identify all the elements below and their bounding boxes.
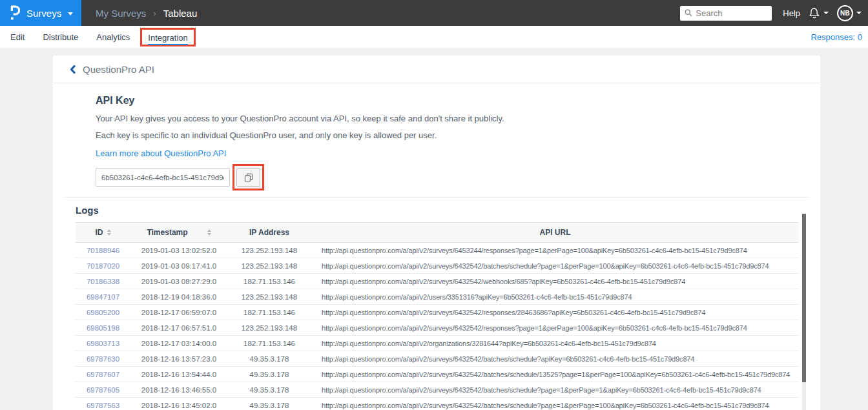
breadcrumb-my-surveys[interactable]: My Surveys bbox=[96, 8, 146, 19]
tab-edit[interactable]: Edit bbox=[10, 32, 25, 42]
log-id: 70187020 bbox=[76, 262, 130, 270]
log-timestamp: 2018-12-16 13:54:44.0 bbox=[130, 371, 227, 378]
log-id: 70188946 bbox=[76, 247, 130, 254]
column-header-api-url: API URL bbox=[311, 228, 799, 237]
column-header-timestamp-label: Timestamp bbox=[147, 228, 187, 237]
log-id: 69847107 bbox=[76, 293, 130, 301]
log-id: 69787630 bbox=[76, 355, 130, 363]
responses-count: Responses: 0 bbox=[811, 32, 868, 42]
log-id: 69805200 bbox=[76, 309, 130, 316]
log-timestamp: 2019-01-03 08:27:29.0 bbox=[130, 278, 227, 285]
log-api-url: http://api.questionpro.com/a/api/v2/surv… bbox=[311, 355, 799, 363]
table-row: 697876302018-12-16 13:57:23.049.35.3.178… bbox=[76, 351, 799, 367]
log-ip: 49.35.3.178 bbox=[227, 386, 311, 394]
logs-section: Logs ID Timestamp IP Address API bbox=[53, 205, 820, 410]
learn-more-link[interactable]: Learn more about QuestionPro API bbox=[96, 149, 226, 158]
log-ip: 49.35.3.178 bbox=[227, 371, 311, 378]
help-link[interactable]: Help bbox=[783, 8, 800, 18]
log-id: 69787605 bbox=[76, 386, 130, 394]
sort-icon[interactable] bbox=[107, 229, 111, 236]
log-id: 69787563 bbox=[76, 402, 130, 409]
search-input[interactable] bbox=[696, 8, 767, 18]
log-api-url: http://api.questionpro.com/a/api/v2/surv… bbox=[311, 371, 799, 378]
table-row: 698471072018-12-19 04:18:36.0123.252.193… bbox=[76, 289, 799, 305]
chevron-left-icon bbox=[70, 65, 76, 74]
log-api-url: http://api.questionpro.com/a/api/v2/surv… bbox=[311, 262, 799, 270]
chevron-down-icon bbox=[856, 12, 862, 14]
column-header-id-label: ID bbox=[96, 228, 103, 237]
api-key-title: API Key bbox=[96, 95, 820, 107]
logs-title: Logs bbox=[76, 205, 799, 216]
log-ip: 123.252.193.148 bbox=[227, 324, 311, 332]
log-ip: 123.252.193.148 bbox=[227, 247, 311, 254]
api-key-input[interactable] bbox=[96, 168, 230, 187]
sort-icon[interactable] bbox=[207, 229, 211, 236]
product-menu-label: Surveys bbox=[26, 8, 61, 19]
logs-table-header: ID Timestamp IP Address API URL bbox=[76, 222, 799, 243]
log-timestamp: 2018-12-16 13:57:23.0 bbox=[130, 355, 227, 363]
log-api-url: http://api.questionpro.com/a/api/v2/user… bbox=[311, 293, 799, 301]
log-id: 70186338 bbox=[76, 278, 130, 285]
table-row: 701870202019-01-03 09:17:41.0123.252.193… bbox=[76, 258, 799, 274]
breadcrumb: My Surveys › Tableau bbox=[96, 0, 197, 26]
notifications-menu[interactable] bbox=[809, 7, 829, 19]
surveys-product-menu[interactable]: Surveys bbox=[0, 0, 81, 26]
api-key-description-2: Each key is specific to an individual Qu… bbox=[96, 130, 820, 140]
search-icon bbox=[685, 9, 692, 17]
log-timestamp: 2019-01-03 09:17:41.0 bbox=[130, 262, 227, 270]
column-header-id[interactable]: ID bbox=[76, 228, 130, 237]
breadcrumb-separator: › bbox=[153, 8, 156, 18]
column-header-api-url-label: API URL bbox=[540, 228, 571, 237]
breadcrumb-current-survey: Tableau bbox=[163, 8, 198, 19]
chevron-down-icon bbox=[68, 12, 73, 15]
log-ip: 49.35.3.178 bbox=[227, 402, 311, 409]
back-link-label: QuestionPro API bbox=[83, 64, 154, 75]
tab-integration[interactable]: Integration bbox=[148, 33, 187, 45]
table-row: 698052002018-12-17 06:59:07.0182.71.153.… bbox=[76, 305, 799, 320]
scrollbar-thumb[interactable] bbox=[802, 214, 806, 382]
table-row: 697876052018-12-16 13:46:55.049.35.3.178… bbox=[76, 382, 799, 398]
log-id: 69787607 bbox=[76, 371, 130, 378]
column-header-ip-address: IP Address bbox=[227, 228, 311, 237]
log-timestamp: 2018-12-17 03:14:00.0 bbox=[130, 340, 227, 347]
table-row: 697875632018-12-16 13:45:02.049.35.3.178… bbox=[76, 398, 799, 410]
table-row: 698051982018-12-17 06:57:51.0123.252.193… bbox=[76, 320, 799, 336]
api-key-description-1: Your API key gives you access to your Qu… bbox=[96, 114, 820, 123]
log-api-url: http://api.questionpro.com/a/api/v2/surv… bbox=[311, 324, 799, 332]
log-ip: 123.252.193.148 bbox=[227, 293, 311, 301]
chevron-down-icon bbox=[823, 12, 829, 14]
table-row: 697876072018-12-16 13:54:44.049.35.3.178… bbox=[76, 367, 799, 382]
bell-icon bbox=[809, 7, 820, 19]
search-box bbox=[680, 6, 772, 21]
integration-panel: QuestionPro API API Key Your API key giv… bbox=[53, 56, 820, 410]
tab-analytics[interactable]: Analytics bbox=[96, 32, 130, 42]
back-link-questionpro-api[interactable]: QuestionPro API bbox=[53, 56, 171, 83]
log-table-body: 701889462019-01-03 13:02:52.0123.252.193… bbox=[76, 243, 799, 410]
log-api-url: http://api.questionpro.com/a/api/v2/surv… bbox=[311, 247, 799, 254]
divider bbox=[65, 197, 809, 198]
log-ip: 182.71.153.146 bbox=[227, 309, 311, 316]
annotation-box-copy-button bbox=[232, 164, 264, 190]
topbar-right: Help NB bbox=[680, 0, 868, 26]
top-navbar: Surveys My Surveys › Tableau Help bbox=[0, 0, 868, 26]
column-header-timestamp[interactable]: Timestamp bbox=[130, 228, 227, 237]
log-id: 69805198 bbox=[76, 324, 130, 332]
api-key-section: API Key Your API key gives you access to… bbox=[53, 83, 820, 190]
log-timestamp: 2018-12-17 06:57:51.0 bbox=[130, 324, 227, 332]
tab-distribute[interactable]: Distribute bbox=[43, 32, 78, 42]
questionpro-logo-icon bbox=[10, 5, 20, 21]
log-api-url: http://api.questionpro.com/a/api/v2/surv… bbox=[311, 309, 799, 316]
log-api-url: http://api.questionpro.com/a/api/v2/orga… bbox=[311, 340, 799, 347]
survey-tab-bar: Edit Distribute Analytics Integration Re… bbox=[0, 26, 868, 48]
log-api-url: http://api.questionpro.com/a/api/v2/surv… bbox=[311, 278, 799, 285]
column-header-ip-label: IP Address bbox=[249, 228, 289, 237]
log-timestamp: 2018-12-19 04:18:36.0 bbox=[130, 293, 227, 301]
main-area: QuestionPro API API Key Your API key giv… bbox=[0, 48, 868, 410]
avatar: NB bbox=[837, 5, 853, 21]
log-api-url: http://api.questionpro.com/a/api/v2/surv… bbox=[311, 402, 799, 409]
account-menu[interactable]: NB bbox=[837, 5, 862, 21]
log-timestamp: 2018-12-16 13:45:02.0 bbox=[130, 402, 227, 409]
table-row: 701889462019-01-03 13:02:52.0123.252.193… bbox=[76, 243, 799, 258]
log-timestamp: 2019-01-03 13:02:52.0 bbox=[130, 247, 227, 254]
copy-api-key-button[interactable] bbox=[236, 168, 260, 187]
